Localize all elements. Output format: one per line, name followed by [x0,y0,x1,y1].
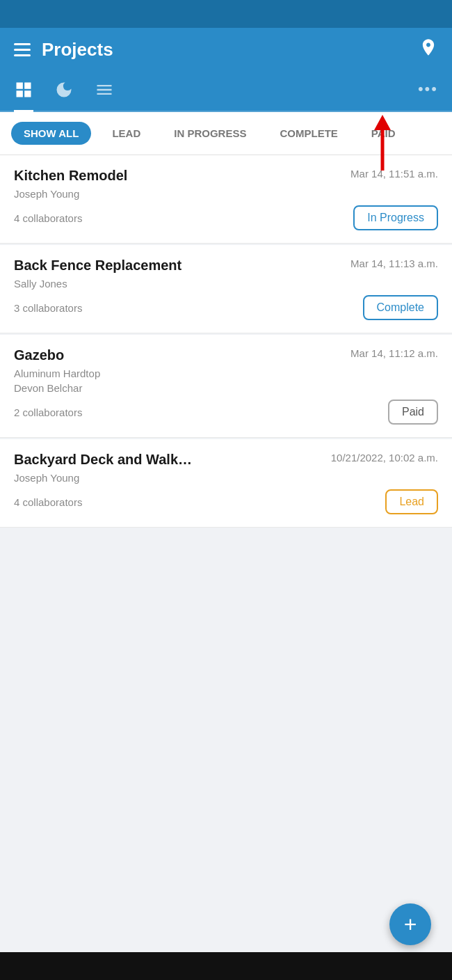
tab-grid[interactable] [14,72,33,111]
collaborators-count: 2 collaborators [14,406,82,418]
project-footer: 4 collaborators In Progress [14,205,438,230]
plus-icon: + [404,913,417,935]
add-project-button[interactable]: + [389,903,431,945]
project-header: Kitchen Remodel Mar 14, 11:51 a.m. [14,168,438,184]
project-footer: 2 collaborators Paid [14,400,438,425]
app-header: Projects [0,28,452,72]
project-date: Mar 14, 11:12 a.m. [350,347,438,359]
project-owner: Joseph Young [14,472,438,484]
project-header: Gazebo Mar 14, 11:12 a.m. [14,347,438,363]
tab-list[interactable] [95,72,114,111]
status-badge: In Progress [353,205,438,230]
project-name: Backyard Deck and Walk… [14,452,192,468]
filter-lead[interactable]: LEAD [99,122,153,145]
table-row[interactable]: Kitchen Remodel Mar 14, 11:51 a.m. Josep… [0,155,452,244]
status-badge: Paid [388,400,438,425]
project-date: 10/21/2022, 10:02 a.m. [331,452,438,464]
project-footer: 4 collaborators Lead [14,489,438,514]
status-bar [0,0,452,28]
filter-show-all[interactable]: SHOW ALL [11,122,91,145]
status-badge: Complete [363,295,438,320]
tab-more-icon[interactable]: ••• [418,72,438,111]
project-date: Mar 14, 11:51 a.m. [350,168,438,180]
collaborators-count: 4 collaborators [14,212,82,224]
project-name: Gazebo [14,347,64,363]
project-name: Back Fence Replacement [14,258,181,274]
table-row[interactable]: Back Fence Replacement Mar 14, 11:13 a.m… [0,245,452,333]
collaborators-count: 4 collaborators [14,496,82,508]
table-row[interactable]: Backyard Deck and Walk… 10/21/2022, 10:0… [0,439,452,528]
project-footer: 3 collaborators Complete [14,295,438,320]
header-left: Projects [14,39,113,61]
location-icon[interactable] [419,38,438,62]
project-header: Back Fence Replacement Mar 14, 11:13 a.m… [14,258,438,274]
page-title: Projects [42,39,113,61]
status-badge: Lead [385,489,438,514]
project-owner: Sally Jones [14,278,438,290]
project-header: Backyard Deck and Walk… 10/21/2022, 10:0… [14,452,438,468]
menu-icon[interactable] [14,43,31,56]
table-row[interactable]: Gazebo Mar 14, 11:12 a.m. Aluminum Hardt… [0,335,452,438]
project-name: Kitchen Remodel [14,168,127,184]
filter-bar: SHOW ALL LEAD IN PROGRESS COMPLETE PAID [0,112,452,155]
projects-list: Kitchen Remodel Mar 14, 11:51 a.m. Josep… [0,155,452,528]
project-owner: Joseph Young [14,188,438,200]
tab-bar: ••• [0,72,452,112]
collaborators-count: 3 collaborators [14,302,82,314]
filter-in-progress[interactable]: IN PROGRESS [161,122,259,145]
filter-paid[interactable]: PAID [359,122,408,145]
filter-complete[interactable]: COMPLETE [267,122,350,145]
project-owner: Devon Belchar [14,382,438,394]
tab-moon[interactable] [54,72,74,111]
project-subtitle: Aluminum Hardtop [14,368,438,379]
project-date: Mar 14, 11:13 a.m. [350,258,438,269]
bottom-bar [0,952,452,980]
